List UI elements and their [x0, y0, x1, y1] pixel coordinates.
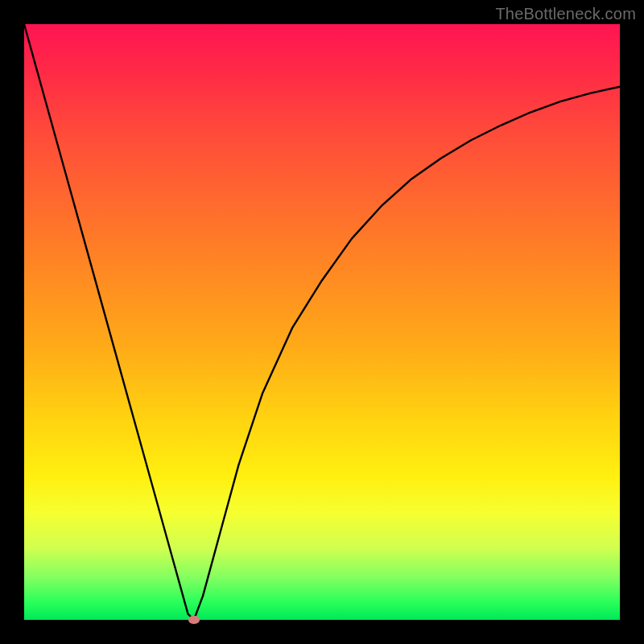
bottleneck-curve — [24, 24, 620, 620]
plot-area — [24, 24, 620, 620]
optimum-marker — [188, 616, 200, 624]
chart-frame: TheBottleneck.com — [0, 0, 644, 644]
curve-path — [24, 24, 620, 620]
watermark-text: TheBottleneck.com — [495, 5, 636, 23]
